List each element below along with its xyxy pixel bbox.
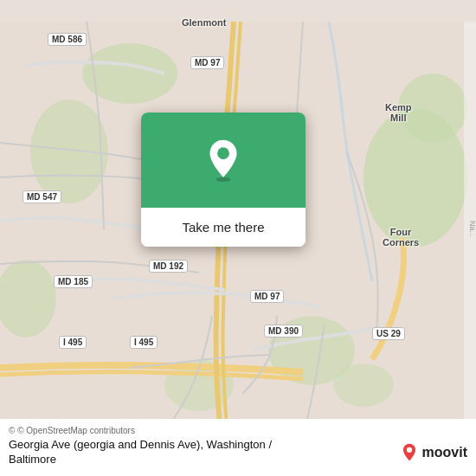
road-label-i495-left: I 495 (59, 336, 87, 349)
copyright-icon: © (9, 426, 15, 435)
svg-rect-9 (464, 22, 476, 454)
location-pin-icon (202, 138, 245, 182)
svg-point-7 (333, 363, 394, 407)
svg-point-11 (215, 177, 230, 182)
address-line: Georgia Ave (georgia and Dennis Ave), Wa… (9, 438, 467, 467)
road-label-md97-top: MD 97 (190, 56, 224, 69)
moovit-pin-icon (400, 443, 419, 462)
road-label-us29: US 29 (372, 327, 405, 340)
popup-card: Take me there (141, 113, 306, 247)
place-label-four-corners: FourCorners (383, 227, 419, 248)
place-label-glenmont: Glenmont (182, 17, 226, 28)
address-text: Georgia Ave (georgia and Dennis Ave), Wa… (9, 438, 391, 467)
road-label-md97-mid: MD 97 (250, 290, 284, 303)
road-label-md547: MD 547 (23, 190, 61, 203)
road-label-i495-right: I 495 (130, 336, 158, 349)
moovit-logo: moovit (400, 443, 467, 462)
svg-point-4 (30, 100, 108, 203)
copyright-line: © © OpenStreetMap contributors (9, 426, 467, 435)
copyright-text: © OpenStreetMap contributors (17, 426, 135, 435)
bottom-bar: © © OpenStreetMap contributors Georgia A… (0, 419, 476, 476)
road-label-md185: MD 185 (54, 275, 93, 288)
map-container: Na... MD 586 MD 97 MD 547 MD 185 MD 192 … (0, 0, 476, 476)
road-label-md390: MD 390 (264, 325, 303, 338)
road-label-md192: MD 192 (149, 260, 188, 273)
svg-point-13 (406, 447, 411, 453)
svg-point-12 (217, 147, 229, 159)
place-label-kemp-mill: KempMill (385, 102, 412, 123)
road-label-md586: MD 586 (48, 33, 87, 46)
take-me-there-button[interactable]: Take me there (141, 208, 306, 247)
svg-text:Na...: Na... (468, 221, 476, 237)
moovit-text: moovit (422, 445, 467, 460)
popup-header (141, 113, 306, 208)
